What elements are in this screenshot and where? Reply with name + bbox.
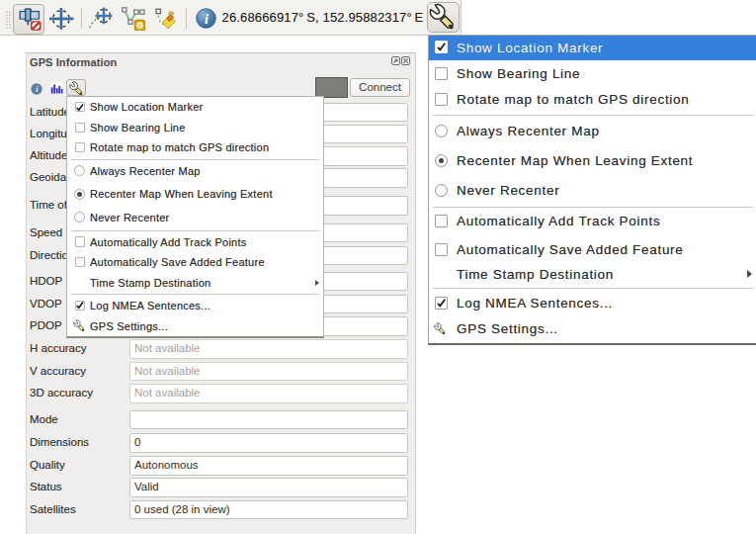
svg-text:i: i (205, 12, 209, 27)
